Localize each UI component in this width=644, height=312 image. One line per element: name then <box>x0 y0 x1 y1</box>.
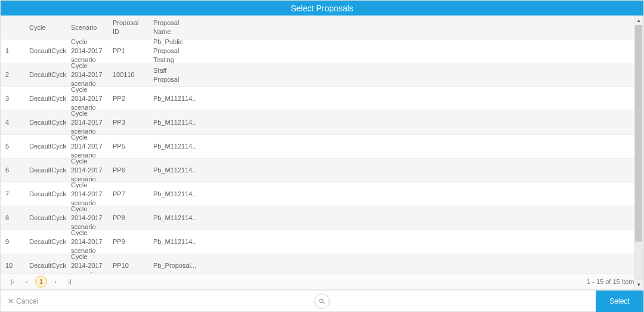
col-cycle[interactable]: Cycle <box>24 20 66 35</box>
cell-proposal-id: PP6 <box>108 162 148 178</box>
cell-cycle: DecaultCycle <box>24 258 66 273</box>
pager-page-1[interactable]: 1 <box>35 276 47 288</box>
pager-last-button[interactable]: ›| <box>64 276 76 288</box>
cell-cycle: DecaultCycle <box>24 186 66 202</box>
dialog-title: Select Proposals <box>290 4 353 13</box>
cell-proposal-id: 100110 <box>108 67 148 83</box>
cell-scenario: Cycle 2014-2017 scenario <box>66 273 108 273</box>
cell-proposal-name: Pb_M112114... <box>148 186 196 202</box>
pager-first-button[interactable]: |‹ <box>7 276 18 288</box>
cell-proposal-name: Pb_Proposal... <box>148 258 196 273</box>
cell-index: 2 <box>1 67 24 83</box>
col-index[interactable] <box>1 24 24 31</box>
dialog-footer: ✕ Cancel Select <box>1 290 643 311</box>
pager-summary: 1 - 15 of 15 items <box>587 278 637 285</box>
cell-index: 3 <box>1 91 24 107</box>
cell-index: 1 <box>1 43 24 59</box>
proposals-grid: Cycle Scenario Proposal ID Proposal Name… <box>1 16 643 290</box>
cell-proposal-name: Pb_M112114... <box>148 91 196 107</box>
close-icon: ✕ <box>8 297 14 305</box>
cell-proposal-name: Pb_M112114... <box>148 162 196 178</box>
col-scenario[interactable]: Scenario <box>66 20 108 35</box>
svg-line-1 <box>323 302 325 304</box>
cell-cycle: DecaultCycle <box>24 234 66 250</box>
cancel-label: Cancel <box>16 297 38 305</box>
cell-cycle: DecaultCycle <box>24 162 66 178</box>
scroll-thumb[interactable] <box>635 25 642 242</box>
cell-index: 5 <box>1 138 24 155</box>
cell-cycle: DecaultCycle <box>24 210 66 226</box>
cell-proposal-id: PP8 <box>108 210 148 226</box>
cell-proposal-id: PP9 <box>108 234 148 250</box>
cell-index: 7 <box>1 186 24 202</box>
table-header-row: Cycle Scenario Proposal ID Proposal Name <box>1 16 643 39</box>
scroll-up-icon[interactable]: ▴ <box>634 16 643 25</box>
pager-controls: |‹ ‹ 1 › ›| <box>7 276 76 288</box>
cell-index: 4 <box>1 115 24 131</box>
col-proposal-id[interactable]: Proposal ID <box>108 16 148 39</box>
col-proposal-name[interactable]: Proposal Name <box>148 16 196 39</box>
cell-proposal-id: PP2 <box>108 91 148 107</box>
svg-point-0 <box>320 299 323 302</box>
pager: |‹ ‹ 1 › ›| 1 - 15 of 15 items <box>1 273 643 289</box>
cell-proposal-id: PP10 <box>108 258 148 273</box>
cell-cycle: DecaultCycle <box>24 43 66 59</box>
cell-proposal-name: Staff Proposal <box>148 63 196 88</box>
cell-proposal-name: Pb_M112114... <box>148 234 196 250</box>
cell-proposal-id: PP3 <box>108 115 148 131</box>
pager-next-button[interactable]: › <box>49 276 61 288</box>
search-button[interactable] <box>314 294 330 309</box>
cell-proposal-id: PP5 <box>108 138 148 155</box>
dialog-titlebar: Select Proposals <box>1 1 643 16</box>
cell-index: 8 <box>1 210 24 226</box>
select-label: Select <box>609 297 629 305</box>
cell-cycle: DecaultCycle <box>24 115 66 131</box>
cancel-button[interactable]: ✕ Cancel <box>8 297 38 305</box>
cell-index: 10 <box>1 258 24 273</box>
cell-proposal-id: PP7 <box>108 186 148 202</box>
cell-cycle: DecaultCycle <box>24 138 66 155</box>
cell-proposal-name: Pb_M112114... <box>148 210 196 226</box>
table-body: 1DecaultCycleCycle 2014-2017 scenarioPP1… <box>1 39 643 273</box>
select-proposals-dialog: Select Proposals Cycle Scenario Proposal… <box>0 0 644 312</box>
cell-proposal-id: PP1 <box>108 43 148 59</box>
pager-prev-button[interactable]: ‹ <box>21 276 33 288</box>
table-row[interactable]: 10DecaultCycleCycle 2014-2017 scenarioPP… <box>1 254 643 273</box>
cell-index: 9 <box>1 234 24 250</box>
cell-index: 6 <box>1 162 24 178</box>
cell-scenario: Cycle 2014-2017 scenario <box>66 249 108 273</box>
scroll-down-icon[interactable]: ▾ <box>634 280 643 289</box>
cell-proposal-name: Pb_M112114... <box>148 115 196 131</box>
select-button[interactable]: Select <box>596 291 643 312</box>
vertical-scrollbar[interactable]: ▴ ▾ <box>634 16 643 289</box>
cell-cycle: DecaultCycle <box>24 67 66 83</box>
search-icon <box>318 298 326 305</box>
cell-proposal-name: Pb_M112114... <box>148 138 196 155</box>
scroll-track[interactable] <box>634 25 643 280</box>
cell-cycle: DecaultCycle <box>24 91 66 107</box>
